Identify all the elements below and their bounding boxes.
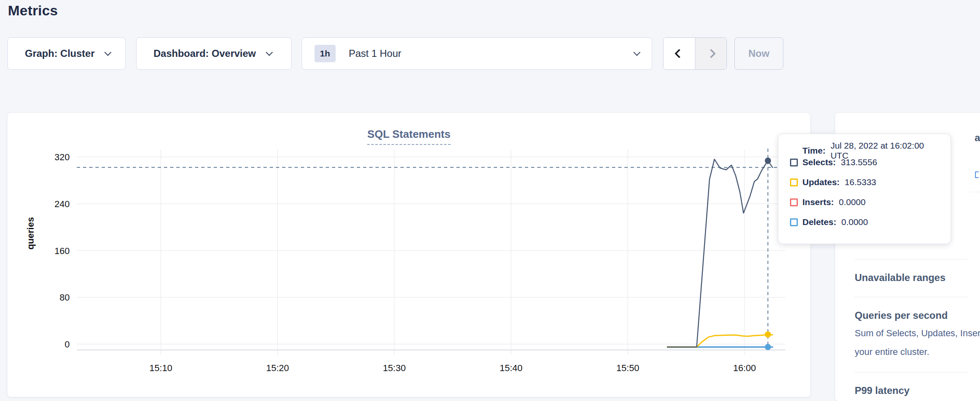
tooltip-time-label: Time: — [802, 146, 826, 156]
x-tick-label: 15:40 — [500, 363, 522, 373]
dashboard-dropdown[interactable]: Dashboard: Overview — [136, 37, 292, 70]
time-range-selector[interactable]: 1h Past 1 Hour — [302, 37, 652, 70]
x-tick-label: 15:10 — [149, 363, 172, 373]
series-swatch-icon-inserts — [790, 198, 798, 206]
chart-title[interactable]: SQL Statements — [367, 128, 450, 145]
tooltip-time-row: Time: Jul 28, 2022 at 16:02:00 UTC — [790, 145, 942, 156]
now-button[interactable]: Now — [734, 37, 783, 70]
tooltip-series-label: Inserts: — [802, 197, 834, 207]
sidebar-section: Unavailable ranges — [855, 272, 980, 297]
series-line-updates — [668, 335, 773, 347]
sql-statements-chart-panel: 08016024032015:1015:2015:3015:4015:5016:… — [7, 113, 810, 397]
chevron-down-icon — [266, 49, 273, 56]
clipped-link-fragment — [975, 171, 979, 178]
tooltip-series-value: 16.5333 — [845, 177, 876, 187]
sidebar-section-heading[interactable]: P99 latency — [855, 385, 980, 396]
prev-time-button[interactable] — [663, 38, 695, 69]
sidebar-section-heading[interactable]: Unavailable ranges — [855, 272, 980, 284]
tooltip-series-value: 0.0000 — [841, 217, 868, 227]
sidebar-divider — [855, 297, 968, 297]
tooltip-series-row-updates: Updates:16.5333 — [790, 176, 942, 188]
series-swatch-icon-deletes — [790, 218, 798, 226]
sql-statements-chart[interactable]: 08016024032015:1015:2015:3015:4015:5016:… — [7, 113, 810, 397]
series-line-selects — [668, 159, 773, 347]
y-tick-label: 0 — [65, 339, 70, 350]
tooltip-series-row-inserts: Inserts:0.0000 — [790, 196, 942, 208]
page-title: Metrics — [8, 2, 58, 19]
tooltip-series-label: Deletes: — [802, 217, 836, 227]
next-time-button[interactable] — [695, 38, 726, 69]
sidebar-section-description: your entire cluster. — [855, 345, 980, 359]
sidebar-section: Queries per secondSum of Selects, Update… — [855, 310, 980, 372]
series-swatch-icon-selects — [790, 159, 798, 166]
tooltip-series-row-deletes: Deletes:0.0000 — [790, 216, 942, 228]
series-swatch-icon-updates — [790, 178, 798, 186]
hover-dot-updates — [765, 331, 771, 337]
chevron-down-icon — [105, 49, 112, 56]
sidebar-section-heading[interactable]: Queries per second — [855, 310, 980, 321]
x-tick-label: 15:50 — [617, 363, 639, 373]
hover-dot-deletes — [765, 344, 771, 350]
sidebar-divider — [969, 192, 980, 192]
chevron-right-icon — [706, 49, 716, 59]
clipped-text-fragment: a — [975, 132, 980, 144]
chevron-left-icon — [675, 49, 684, 59]
sidebar-divider — [855, 372, 968, 372]
y-tick-label: 240 — [54, 199, 70, 209]
time-nav-group — [663, 37, 727, 70]
tooltip-series-label: Selects: — [802, 157, 836, 167]
hover-dot-selects — [765, 158, 771, 164]
x-tick-label: 15:20 — [266, 363, 289, 373]
y-tick-label: 320 — [54, 152, 70, 162]
y-tick-label: 80 — [60, 292, 70, 303]
tooltip-series-value: 0.0000 — [839, 197, 865, 207]
time-range-badge: 1h — [314, 45, 336, 62]
dashboard-dropdown-label: Dashboard: Overview — [154, 48, 256, 59]
x-tick-label: 15:30 — [383, 363, 406, 373]
time-range-label: Past 1 Hour — [349, 48, 402, 59]
chart-tooltip: Time: Jul 28, 2022 at 16:02:00 UTC Selec… — [778, 134, 951, 244]
sidebar-divider — [855, 259, 968, 259]
y-tick-label: 160 — [54, 246, 70, 256]
sidebar-section: P99 latency — [855, 385, 980, 401]
graph-dropdown[interactable]: Graph: Cluster — [7, 37, 126, 70]
sidebar-section-description: Sum of Selects, Updates, Inser — [855, 326, 980, 340]
tooltip-series-value: 313.5556 — [841, 157, 878, 167]
x-tick-label: 16:00 — [733, 363, 756, 373]
tooltip-series-label: Updates: — [802, 177, 840, 187]
y-axis-label: queries — [25, 217, 36, 249]
chevron-down-icon — [634, 49, 641, 56]
graph-dropdown-label: Graph: Cluster — [25, 48, 95, 59]
